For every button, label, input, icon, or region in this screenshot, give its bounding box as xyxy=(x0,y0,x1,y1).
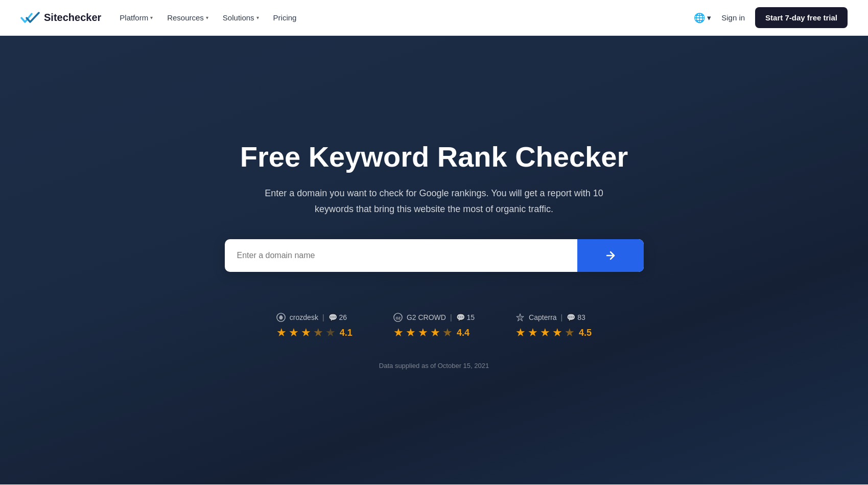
svg-marker-4 xyxy=(517,314,524,321)
g2crowd-rating: G2 G2 CROWD | 💬 15 ★ ★ ★ ★ ★ 4.4 xyxy=(393,313,475,339)
nav-link-solutions[interactable]: Solutions ▾ xyxy=(223,13,259,22)
chevron-down-icon: ▾ xyxy=(707,13,711,22)
capterra-header: Capterra | 💬 83 xyxy=(515,313,585,322)
navbar-right: 🌐 ▾ Sign in Start 7-day free trial xyxy=(694,7,848,28)
start-trial-button[interactable]: Start 7-day free trial xyxy=(755,7,848,28)
chevron-down-icon: ▾ xyxy=(256,15,259,20)
nav-item-solutions[interactable]: Solutions ▾ xyxy=(223,13,259,22)
domain-search-input[interactable] xyxy=(225,239,577,272)
ratings-row: crozdesk | 💬 26 ★ ★ ★ ★ ★ 4.1 G xyxy=(276,313,592,339)
arrow-right-icon xyxy=(604,249,617,262)
nav-link-pricing[interactable]: Pricing xyxy=(273,13,297,22)
domain-search-bar xyxy=(225,239,644,272)
nav-link-resources[interactable]: Resources ▾ xyxy=(167,13,208,22)
sign-in-button[interactable]: Sign in xyxy=(721,13,745,22)
crozdesk-stars: ★ ★ ★ ★ ★ 4.1 xyxy=(276,326,353,339)
language-selector[interactable]: 🌐 ▾ xyxy=(694,12,711,24)
nav-links: Platform ▾ Resources ▾ Solutions ▾ Prici… xyxy=(120,13,296,22)
nav-item-platform[interactable]: Platform ▾ xyxy=(120,13,153,22)
hero-title: Free Keyword Rank Checker xyxy=(240,141,628,173)
crozdesk-rating: crozdesk | 💬 26 ★ ★ ★ ★ ★ 4.1 xyxy=(276,313,353,339)
hero-section: Free Keyword Rank Checker Enter a domain… xyxy=(0,36,868,484)
search-submit-button[interactable] xyxy=(577,239,644,272)
chevron-down-icon: ▾ xyxy=(150,15,153,20)
navbar-left: Sitechecker Platform ▾ Resources ▾ Solut… xyxy=(20,11,296,25)
chat-icon: 💬 xyxy=(567,313,575,321)
logo-text: Sitechecker xyxy=(44,12,101,24)
navbar: Sitechecker Platform ▾ Resources ▾ Solut… xyxy=(0,0,868,36)
nav-item-resources[interactable]: Resources ▾ xyxy=(167,13,208,22)
crozdesk-header: crozdesk | 💬 26 xyxy=(276,313,347,322)
nav-link-platform[interactable]: Platform ▾ xyxy=(120,13,153,22)
logo-icon xyxy=(20,11,40,25)
globe-icon: 🌐 xyxy=(694,12,705,24)
hero-subtitle: Enter a domain you want to check for Goo… xyxy=(245,186,623,217)
g2crowd-icon: G2 xyxy=(393,313,403,322)
chat-icon: 💬 xyxy=(456,313,465,321)
svg-text:G2: G2 xyxy=(395,316,401,320)
capterra-icon xyxy=(515,313,525,322)
g2crowd-header: G2 G2 CROWD | 💬 15 xyxy=(393,313,475,322)
chevron-down-icon: ▾ xyxy=(206,15,208,20)
capterra-stars: ★ ★ ★ ★ ★ 4.5 xyxy=(515,326,592,339)
nav-item-pricing[interactable]: Pricing xyxy=(273,13,297,22)
data-note: Data supplied as of October 15, 2021 xyxy=(379,362,489,369)
chat-icon: 💬 xyxy=(329,313,337,321)
g2crowd-stars: ★ ★ ★ ★ ★ 4.4 xyxy=(393,326,470,339)
crozdesk-icon xyxy=(276,313,286,322)
logo[interactable]: Sitechecker xyxy=(20,11,101,25)
capterra-rating: Capterra | 💬 83 ★ ★ ★ ★ ★ 4.5 xyxy=(515,313,592,339)
